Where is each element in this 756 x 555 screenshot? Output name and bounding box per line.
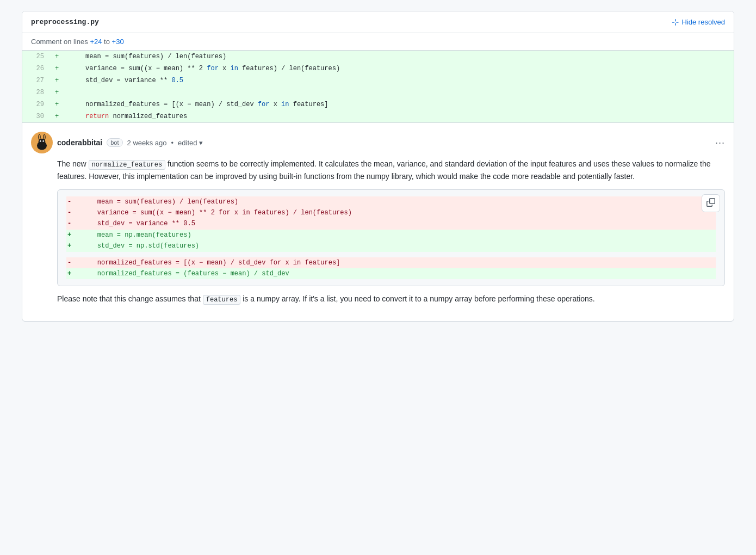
svg-point-5	[39, 135, 40, 139]
file-name: preprocessing.py	[31, 18, 99, 26]
comment-meta: coderabbitai bot 2 weeks ago • edited ▾	[31, 132, 203, 153]
diff-spacer	[66, 252, 716, 257]
resolved-icon: ⊹	[672, 17, 679, 27]
inline-code-features: features	[203, 295, 241, 305]
comment-separator: •	[171, 139, 174, 147]
comment-paragraph-1: The new normalize_features function seem…	[57, 158, 725, 183]
svg-point-7	[40, 140, 41, 142]
hide-resolved-button[interactable]: ⊹ Hide resolved	[672, 17, 726, 27]
diff-line: + mean = np.mean(features)	[66, 230, 716, 240]
more-options-button[interactable]: ···	[715, 137, 725, 149]
diff-line: + normalized_features = (features − mean…	[66, 268, 716, 279]
bot-badge: bot	[107, 138, 122, 147]
chevron-down-icon: ▾	[199, 139, 203, 147]
diff-table: 25 + mean = sum(features) / len(features…	[22, 51, 734, 122]
pr-review-card: preprocessing.py ⊹ Hide resolved Comment…	[22, 11, 734, 322]
edited-button[interactable]: edited ▾	[178, 139, 202, 147]
diff-line: - normalized_features = [(x − mean) / st…	[66, 257, 716, 268]
diff-row-29: 29 + normalized_features = [(x − mean) /…	[22, 98, 734, 110]
avatar	[31, 132, 53, 153]
diff-row-26: 26 + variance = sum((x − mean) ** 2 for …	[22, 63, 734, 75]
diff-line: + std_dev = np.std(features)	[66, 240, 716, 251]
svg-point-8	[42, 140, 44, 142]
copy-code-button[interactable]	[702, 194, 720, 212]
comment-on-lines-label: Comment on lines +24 to +30	[22, 33, 734, 51]
svg-point-6	[44, 135, 45, 139]
comment-section: coderabbitai bot 2 weeks ago • edited ▾ …	[22, 122, 734, 321]
diff-line: - mean = sum(features) / len(features)	[66, 196, 716, 207]
diff-row-30: 30 + return normalized_features	[22, 110, 734, 122]
diff-row-27: 27 + std_dev = variance ** 0.5	[22, 75, 734, 87]
comment-body: The new normalize_features function seem…	[57, 158, 725, 321]
from-line-link[interactable]: +24	[90, 38, 102, 46]
comment-header: coderabbitai bot 2 weeks ago • edited ▾ …	[31, 132, 725, 153]
file-header: preprocessing.py ⊹ Hide resolved	[22, 11, 734, 33]
inline-code-normalize: normalize_features	[89, 160, 166, 170]
diff-line: - variance = sum((x − mean) ** 2 for x i…	[66, 207, 716, 218]
comment-author: coderabbitai	[57, 138, 102, 147]
diff-line: - std_dev = variance ** 0.5	[66, 218, 716, 229]
diff-row-28: 28 +	[22, 87, 734, 98]
comment-time: 2 weeks ago	[127, 139, 167, 147]
to-line-link[interactable]: +30	[112, 38, 124, 46]
diff-row-25: 25 + mean = sum(features) / len(features…	[22, 51, 734, 63]
comment-paragraph-2: Please note that this change assumes tha…	[57, 293, 725, 305]
code-diff-inner: - mean = sum(features) / len(features) -…	[58, 190, 724, 286]
code-diff-block: - mean = sum(features) / len(features) -…	[57, 189, 725, 287]
